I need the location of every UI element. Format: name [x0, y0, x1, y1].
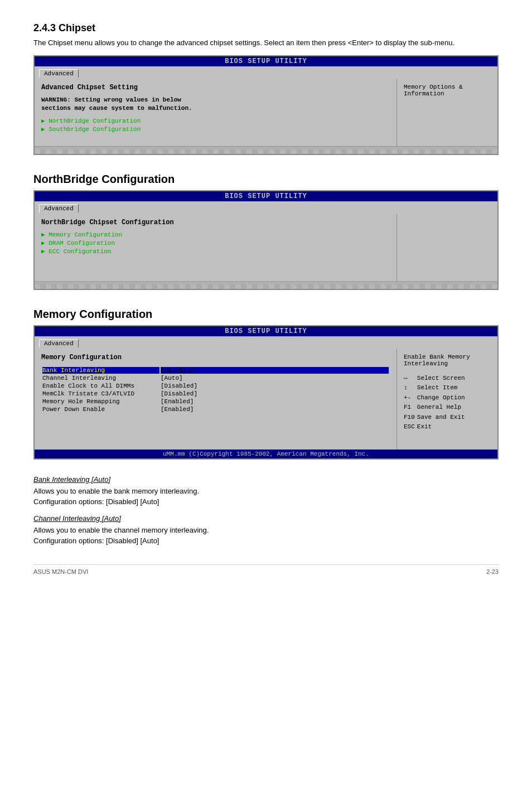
memory-config-label: Memory Hole Remapping [42, 398, 159, 405]
bios-config-table: Bank Interleaving[Disabled]Channel Inter… [41, 366, 390, 414]
bios-right-3: Enable Bank MemoryInterleaving ↔ Select … [397, 349, 497, 450]
memory-config-value: [Enabled] [161, 398, 389, 405]
keybind-key: ESC [404, 422, 417, 432]
keybind-key: F10 [404, 413, 417, 423]
section2-title: NorthBridge Configuration [33, 173, 499, 186]
bios-screen-3: BIOS SETUP UTILITY Advanced Memory Confi… [33, 325, 499, 460]
memory-config-value: [Enabled] [161, 406, 389, 413]
memory-config-value: [Disabled] [161, 390, 389, 397]
keybind-row: F10 Save and Exit [404, 413, 467, 423]
bios-link-memory-config[interactable]: Memory Configuration [41, 231, 390, 238]
bios-right-1: Memory Options &Information [397, 79, 497, 146]
memory-config-row: Bank Interleaving[Disabled] [42, 367, 389, 374]
keybind-row: ↕ Select Item [404, 383, 467, 393]
bios-tab-2: Advanced [39, 204, 79, 212]
bios-header-3: BIOS SETUP UTILITY [35, 326, 497, 336]
page-footer: ASUS M2N-CM DVI 2-23 [33, 564, 499, 575]
desc-bank-text: Allows you to enable the bank memory int… [33, 486, 499, 508]
bios-screen-1: BIOS SETUP UTILITY Advanced Advanced Chi… [33, 55, 499, 155]
keybind-key: +- [404, 393, 417, 403]
memory-config-label: Enable Clock to All DIMMs [42, 383, 159, 389]
keybind-label: Select Screen [417, 374, 467, 384]
bios-left-header-2: NorthBridge Chipset Configuration [41, 219, 390, 226]
bios-footer-3: uMM.mm (C)Copyright 1985-2002, American … [35, 450, 497, 458]
memory-config-label: Power Down Enable [42, 406, 159, 413]
keybind-key: ↔ [404, 374, 417, 384]
keybind-key: F1 [404, 403, 417, 413]
memory-config-row: MemClk Tristate C3/ATLVID[Disabled] [42, 390, 389, 397]
bios-wave-2 [35, 281, 497, 289]
memory-config-label: Bank Interleaving [42, 367, 159, 374]
descriptions-section: Bank Interleaving [Auto] Allows you to e… [33, 475, 499, 547]
bios-header-1: BIOS SETUP UTILITY [35, 56, 497, 66]
memory-config-row: Channel Interleaving[Auto] [42, 375, 389, 381]
section-memory: Memory Configuration BIOS SETUP UTILITY … [33, 308, 499, 460]
bios-right-2 [397, 214, 497, 281]
keybind-label: Save and Exit [417, 413, 467, 423]
bios-left-header-3: Memory Configuration [41, 354, 390, 361]
section3-title: Memory Configuration [33, 308, 499, 321]
desc-bank-title: Bank Interleaving [Auto] [33, 475, 499, 484]
memory-config-row: Power Down Enable[Enabled] [42, 406, 389, 413]
footer-right: 2-23 [486, 568, 499, 575]
bios-right-header-3: Enable Bank MemoryInterleaving [404, 354, 491, 367]
keybind-key: ↕ [404, 383, 417, 393]
memory-config-label: Channel Interleaving [42, 375, 159, 381]
memory-config-value: [Auto] [161, 375, 389, 381]
bios-screen-2: BIOS SETUP UTILITY Advanced NorthBridge … [33, 190, 499, 290]
bios-tab-1: Advanced [39, 69, 79, 78]
desc-channel: Channel Interleaving [Auto] Allows you t… [33, 514, 499, 547]
bios-warning-1: WARNING: Setting wrong values in belowse… [41, 96, 390, 113]
bios-link-ecc-config[interactable]: ECC Configuration [41, 248, 390, 255]
keybind-label: Change Option [417, 393, 467, 403]
bios-left-header-1: Advanced Chipset Setting [41, 84, 390, 91]
bios-header-2: BIOS SETUP UTILITY [35, 191, 497, 201]
bios-tab-3: Advanced [39, 339, 79, 347]
section-chipset: 2.4.3 Chipset The Chipset menu allows yo… [33, 22, 499, 155]
memory-config-row: Memory Hole Remapping[Enabled] [42, 398, 389, 405]
desc-channel-title: Channel Interleaving [Auto] [33, 514, 499, 523]
bios-link-northbridge[interactable]: NorthBridge Configuration [41, 117, 390, 124]
memory-config-row: Enable Clock to All DIMMs[Disabled] [42, 383, 389, 389]
memory-config-value: [Disabled] [161, 383, 389, 389]
keybind-row: F1 General Help [404, 403, 467, 413]
keybind-label: Exit [417, 422, 467, 432]
section-northbridge: NorthBridge Configuration BIOS SETUP UTI… [33, 173, 499, 290]
section1-title: 2.4.3 Chipset [33, 22, 499, 34]
footer-left: ASUS M2N-CM DVI [33, 568, 88, 575]
keybind-row: +- Change Option [404, 393, 467, 403]
section1-subtitle: The Chipset menu allows you to change th… [33, 37, 499, 49]
keybind-label: Select Item [417, 383, 467, 393]
memory-config-label: MemClk Tristate C3/ATLVID [42, 390, 159, 397]
memory-config-value: [Disabled] [161, 367, 389, 374]
desc-bank: Bank Interleaving [Auto] Allows you to e… [33, 475, 499, 508]
desc-channel-text: Allows you to enable the channel memory … [33, 525, 499, 547]
bios-keybinds: ↔ Select Screen ↕ Select Item +- Change … [404, 374, 491, 433]
keybind-row: ↔ Select Screen [404, 374, 467, 384]
bios-link-dram-config[interactable]: DRAM Configuration [41, 239, 390, 247]
bios-wave-1 [35, 146, 497, 154]
keybind-row: ESC Exit [404, 422, 467, 432]
keybind-label: General Help [417, 403, 467, 413]
bios-link-southbridge[interactable]: Southbridge Configuration [41, 125, 390, 133]
